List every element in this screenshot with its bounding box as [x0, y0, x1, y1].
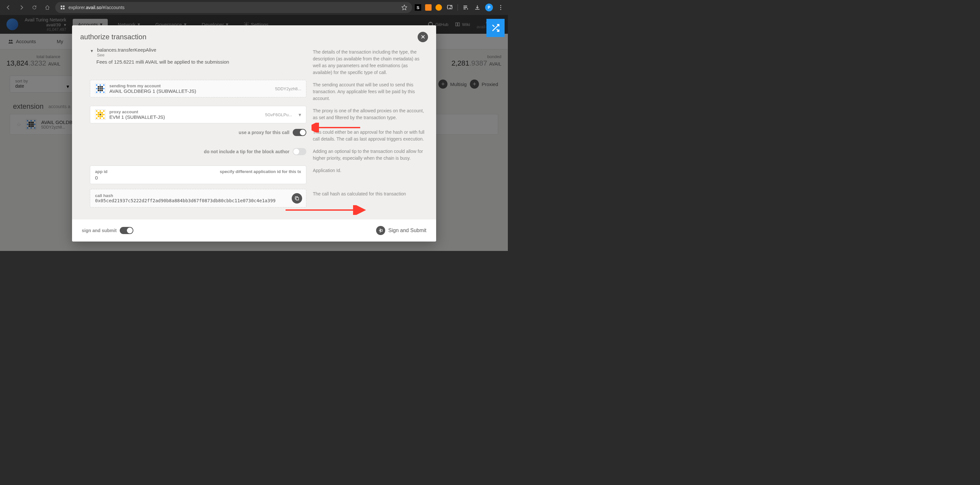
svg-rect-5	[463, 7, 467, 8]
help-proxy: The proxy is one of the allowed proxies …	[313, 106, 428, 123]
identicon	[95, 109, 105, 120]
home-button[interactable]	[42, 2, 52, 13]
proxy-account-dropdown[interactable]: proxy account EVM 1 (SUBWALLET-JS) 5GvF6…	[90, 106, 306, 123]
fee-text: Fees of 125.6221 milli AVAIL will be app…	[80, 59, 306, 69]
svg-point-9	[500, 9, 501, 10]
see-link[interactable]: See	[97, 53, 156, 57]
appid-value: 0	[95, 175, 301, 180]
tip-toggle[interactable]	[293, 148, 306, 155]
proxy-toggle-label: use a proxy for this call	[239, 130, 290, 135]
svg-point-8	[500, 7, 501, 8]
svg-rect-0	[61, 5, 62, 7]
sending-address: 5DDY2yzh8...	[275, 86, 301, 91]
extension-icons: S P	[415, 3, 504, 11]
help-appid: Application Id.	[313, 166, 428, 184]
sending-account-box: sending from my account AVAIL GOLDBERG 1…	[90, 80, 306, 97]
extension-s-icon[interactable]: S	[415, 4, 421, 11]
authorize-transaction-modal: authorize transaction ✕ ▼ balances.trans…	[72, 26, 436, 241]
call-name: balances.transferKeepAlive	[97, 47, 156, 53]
svg-rect-3	[63, 8, 65, 10]
forward-button[interactable]	[16, 2, 27, 13]
svg-rect-6	[463, 8, 466, 9]
back-button[interactable]	[3, 2, 14, 13]
help-sending: The sending account that will be used to…	[313, 80, 428, 102]
playlist-icon[interactable]	[462, 3, 469, 11]
appid-label: app id	[95, 169, 107, 174]
close-button[interactable]: ✕	[418, 32, 428, 42]
sign-submit-label: sign and submit	[82, 228, 116, 233]
sending-label: sending from my account	[109, 83, 271, 88]
url-text: explorer.avail.so/#/accounts	[68, 5, 125, 10]
profile-icon[interactable]: P	[485, 3, 493, 11]
url-bar[interactable]: explorer.avail.so/#/accounts	[55, 2, 412, 13]
help-hash: The call hash as calculated for this tra…	[313, 189, 428, 207]
browser-chrome: explorer.avail.so/#/accounts S P	[0, 0, 508, 15]
sign-submit-toggle[interactable]	[120, 227, 134, 234]
svg-point-7	[500, 5, 501, 6]
proxy-value: EVM 1 (SUBWALLET-JS)	[109, 114, 261, 120]
copy-button[interactable]	[292, 193, 302, 204]
proxy-toggle[interactable]	[293, 129, 306, 136]
help-details: The details of the transaction including…	[313, 47, 428, 76]
proxy-address: 5GvF6GLPu...	[265, 112, 292, 117]
help-proxy-toggle: This could either be an approval for the…	[313, 127, 428, 142]
identicon	[95, 83, 105, 94]
tip-toggle-label: do not include a tip for the block autho…	[204, 149, 290, 154]
appid-input[interactable]: app id specify different application id …	[90, 166, 306, 184]
svg-rect-13	[296, 197, 299, 200]
extension-p-icon[interactable]	[436, 4, 442, 11]
appid-hint: specify different application id for thi…	[220, 169, 301, 174]
help-tip: Adding an optional tip to the transactio…	[313, 147, 428, 162]
hash-value: 0x05ced21937c5222d2ff2ad90b8a884bb3d67f0…	[95, 198, 301, 203]
extension-metamask-icon[interactable]	[425, 4, 431, 11]
modal-title: authorize transaction	[80, 33, 146, 41]
caret-down-icon[interactable]: ▼	[90, 49, 94, 53]
sign-submit-button[interactable]: Sign and Submit	[376, 226, 426, 235]
extensions-puzzle-icon[interactable]	[446, 3, 453, 11]
shuffle-button[interactable]	[487, 19, 504, 37]
proxy-label: proxy account	[109, 109, 261, 114]
svg-rect-4	[463, 5, 467, 6]
menu-dots-icon[interactable]	[497, 3, 504, 11]
hash-label: call hash	[95, 193, 301, 198]
shuffle-icon	[491, 23, 500, 32]
sending-value: AVAIL GOLDBERG 1 (SUBWALLET-JS)	[109, 88, 271, 94]
star-icon[interactable]	[401, 5, 407, 10]
call-hash-box: call hash 0x05ced21937c5222d2ff2ad90b8a8…	[90, 189, 306, 207]
submit-icon	[376, 226, 385, 235]
site-settings-icon	[60, 5, 65, 10]
reload-button[interactable]	[29, 2, 40, 13]
chevron-down-icon: ▾	[299, 112, 301, 118]
svg-rect-2	[61, 8, 62, 10]
modal-footer: sign and submit Sign and Submit	[72, 219, 436, 241]
download-icon[interactable]	[473, 3, 481, 11]
svg-rect-1	[63, 5, 65, 7]
copy-icon	[295, 196, 299, 201]
